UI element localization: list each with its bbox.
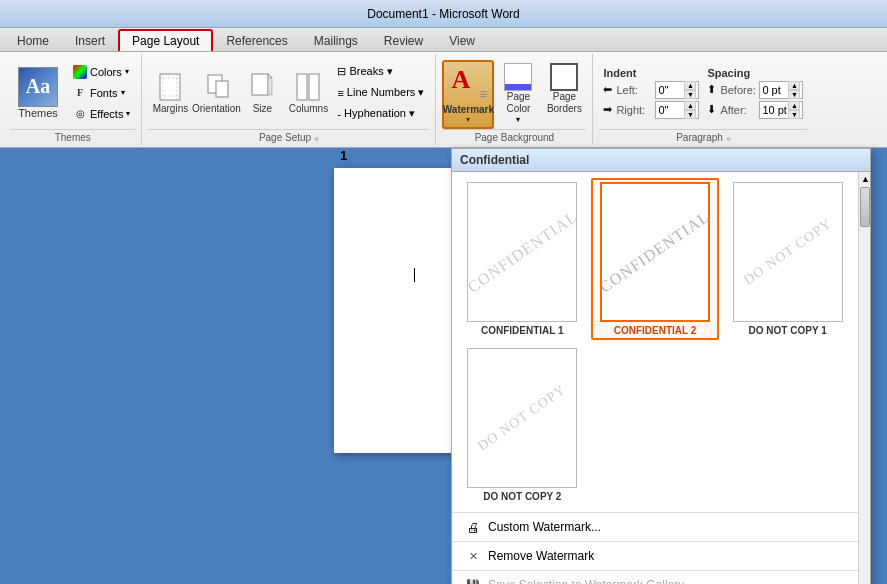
watermark-dropdown: Confidential CONFIDENTIAL CONFIDENTIAL 1 bbox=[451, 148, 871, 584]
watermark-a-icon: A bbox=[451, 65, 470, 95]
svg-rect-10 bbox=[297, 74, 307, 100]
watermark-item-dnc2[interactable]: DO NOT COPY DO NOT COPY 2 bbox=[458, 344, 587, 506]
effects-arrow: ▾ bbox=[126, 109, 130, 118]
themes-small-buttons: Colors ▾ F Fonts ▾ ◎ Effects ▾ bbox=[68, 62, 135, 124]
indent-left-label: Left: bbox=[616, 84, 651, 96]
themes-icon: Aa bbox=[18, 67, 58, 107]
scroll-thumb[interactable] bbox=[860, 187, 870, 227]
line-numbers-label: Line Numbers ▾ bbox=[347, 86, 425, 99]
colors-button[interactable]: Colors ▾ bbox=[68, 62, 135, 82]
svg-rect-11 bbox=[309, 74, 319, 100]
themes-group-content: Aa Themes Colors ▾ F Fonts ▾ ◎ bbox=[10, 56, 135, 129]
save-watermark-icon: 💾 bbox=[464, 576, 482, 584]
watermark-item-dnc1[interactable]: DO NOT COPY DO NOT COPY 1 bbox=[723, 178, 852, 340]
remove-watermark-icon: ✕ bbox=[464, 547, 482, 565]
custom-watermark-label: Custom Watermark... bbox=[488, 520, 601, 534]
spacing-after-up[interactable]: ▲ bbox=[788, 101, 800, 110]
page-color-label: PageColor bbox=[506, 91, 530, 115]
columns-icon bbox=[292, 71, 324, 103]
ribbon-content: Aa Themes Colors ▾ F Fonts ▾ ◎ bbox=[0, 52, 887, 147]
indent-right-spin: ▲ ▼ bbox=[684, 101, 696, 119]
margins-button[interactable]: Margins bbox=[148, 68, 192, 118]
tab-references[interactable]: References bbox=[213, 30, 300, 51]
svg-rect-7 bbox=[252, 74, 268, 95]
spacing-before-down[interactable]: ▼ bbox=[788, 90, 800, 99]
orientation-label: Orientation bbox=[192, 103, 241, 115]
columns-button[interactable]: Columns bbox=[286, 68, 330, 118]
spacing-title: Spacing bbox=[707, 67, 803, 79]
paragraph-expand-icon[interactable]: ⬦ bbox=[726, 133, 731, 143]
watermark-text-dnc1: DO NOT COPY bbox=[740, 216, 834, 289]
save-watermark-label: Save Selection to Watermark Gallery... bbox=[488, 578, 693, 584]
watermark-label-dnc1: DO NOT COPY 1 bbox=[749, 325, 827, 336]
indent-left-up[interactable]: ▲ bbox=[684, 81, 696, 90]
spacing-before-field[interactable]: 0 pt ▲ ▼ bbox=[759, 81, 803, 99]
page-color-wrapper: PageColor ▾ bbox=[496, 60, 540, 127]
size-label: Size bbox=[253, 103, 272, 115]
indent-left-spin: ▲ ▼ bbox=[684, 81, 696, 99]
page-color-arrow: ▾ bbox=[516, 115, 520, 124]
spacing-after-field[interactable]: 10 pt ▲ ▼ bbox=[759, 101, 803, 119]
effects-label: Effects bbox=[90, 108, 123, 120]
page-color-button[interactable]: PageColor ▾ bbox=[496, 60, 540, 127]
fonts-button[interactable]: F Fonts ▾ bbox=[68, 83, 135, 103]
margins-label: Margins bbox=[153, 103, 189, 115]
line-numbers-icon: ≡ bbox=[337, 87, 343, 99]
fonts-icon: F bbox=[73, 86, 87, 100]
watermark-item-conf1[interactable]: CONFIDENTIAL CONFIDENTIAL 1 bbox=[458, 178, 587, 340]
indent-left-row: ⬅ Left: 0" ▲ ▼ bbox=[603, 81, 699, 99]
tab-page-layout[interactable]: Page Layout bbox=[118, 29, 213, 51]
badge-1: 1 bbox=[340, 148, 347, 163]
indent-left-down[interactable]: ▼ bbox=[684, 90, 696, 99]
watermark-icon-area: A ≡ bbox=[449, 65, 487, 103]
spacing-after-down[interactable]: ▼ bbox=[788, 110, 800, 119]
breaks-label: Breaks ▾ bbox=[349, 65, 392, 78]
watermark-dropdown-scrollbar[interactable]: ▲ ▼ bbox=[858, 172, 870, 584]
indent-left-value: 0" bbox=[658, 84, 668, 96]
hyphenation-button[interactable]: - Hyphenation ▾ bbox=[332, 104, 429, 123]
spacing-before-up[interactable]: ▲ bbox=[788, 81, 800, 90]
indent-left-field[interactable]: 0" ▲ ▼ bbox=[655, 81, 699, 99]
watermark-preview-conf2: CONFIDENTIAL bbox=[600, 182, 710, 322]
watermark-item-conf2[interactable]: CONFIDENTIAL CONFIDENTIAL 2 bbox=[591, 178, 720, 340]
indent-title: Indent bbox=[603, 67, 699, 79]
tab-review[interactable]: Review bbox=[371, 30, 436, 51]
watermark-button[interactable]: A ≡ Watermark ▾ bbox=[442, 60, 494, 129]
watermark-label-conf1: CONFIDENTIAL 1 bbox=[481, 325, 564, 336]
page-borders-button[interactable]: PageBorders bbox=[542, 60, 586, 118]
indent-right-row: ➡ Right: 0" ▲ ▼ bbox=[603, 101, 699, 119]
page-borders-wrapper: PageBorders bbox=[542, 60, 586, 118]
remove-watermark-item[interactable]: ✕ Remove Watermark bbox=[452, 541, 858, 570]
spacing-after-label: After: bbox=[720, 104, 755, 116]
fonts-arrow: ▾ bbox=[121, 88, 125, 97]
tab-home[interactable]: Home bbox=[4, 30, 62, 51]
indent-right-field[interactable]: 0" ▲ ▼ bbox=[655, 101, 699, 119]
indent-right-down[interactable]: ▼ bbox=[684, 110, 696, 119]
scroll-up-button[interactable]: ▲ bbox=[859, 172, 870, 186]
indent-right-up[interactable]: ▲ bbox=[684, 101, 696, 110]
spacing-before-value: 0 pt bbox=[762, 84, 780, 96]
themes-group: Aa Themes Colors ▾ F Fonts ▾ ◎ bbox=[4, 54, 142, 145]
line-numbers-button[interactable]: ≡ Line Numbers ▾ bbox=[332, 83, 429, 102]
tab-mailings[interactable]: Mailings bbox=[301, 30, 371, 51]
custom-watermark-item[interactable]: 🖨 Custom Watermark... bbox=[452, 512, 858, 541]
indent-right-label: Right: bbox=[616, 104, 651, 116]
page-setup-expand-icon[interactable]: ⬦ bbox=[314, 133, 319, 143]
page-setup-stacked: ⊟ Breaks ▾ ≡ Line Numbers ▾ - Hyphenatio… bbox=[332, 62, 429, 123]
spacing-section: Spacing ⬆ Before: 0 pt ▲ ▼ ⬇ bbox=[707, 67, 803, 119]
tab-insert[interactable]: Insert bbox=[62, 30, 118, 51]
indent-spacing-group: Indent ⬅ Left: 0" ▲ ▼ ➡ bbox=[593, 54, 813, 145]
effects-button[interactable]: ◎ Effects ▾ bbox=[68, 104, 135, 124]
themes-button[interactable]: Aa Themes bbox=[10, 64, 66, 122]
svg-rect-6 bbox=[216, 81, 228, 97]
fonts-label: Fonts bbox=[90, 87, 118, 99]
tab-view[interactable]: View bbox=[436, 30, 488, 51]
orientation-button[interactable]: Orientation bbox=[194, 68, 238, 118]
watermark-arrow: ▾ bbox=[466, 115, 470, 124]
breaks-button[interactable]: ⊟ Breaks ▾ bbox=[332, 62, 429, 81]
size-button[interactable]: Size bbox=[240, 68, 284, 118]
colors-icon bbox=[73, 65, 87, 79]
colors-arrow: ▾ bbox=[125, 67, 129, 76]
breaks-icon: ⊟ bbox=[337, 65, 346, 78]
title-text: Document1 - Microsoft Word bbox=[367, 7, 520, 21]
